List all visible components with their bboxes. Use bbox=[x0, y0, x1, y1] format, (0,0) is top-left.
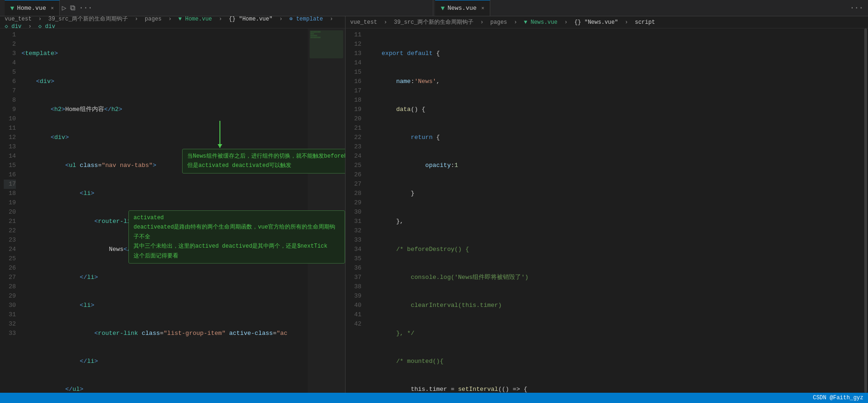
right-scrollbar[interactable] bbox=[863, 28, 868, 393]
editors-container: vue_test › 39_src_两个新的生命周期钩子 › pages › ▼… bbox=[0, 16, 868, 393]
left-tab-actions: ▷ ⧉ ··· bbox=[62, 3, 92, 13]
tab-home-close[interactable]: × bbox=[51, 6, 54, 11]
status-bar: CSDN @Faith_gyz bbox=[0, 393, 868, 403]
left-bc-text: vue_test › 39_src_两个新的生命周期钩子 › pages › ▼… bbox=[5, 16, 340, 30]
more-icon[interactable]: ··· bbox=[79, 4, 92, 12]
left-code-area: 12345 678910 1112131415 1617181920 21222… bbox=[0, 28, 345, 393]
vue-icon-left: ▼ bbox=[10, 5, 14, 12]
tab-home-vue[interactable]: ▼ Home.vue × bbox=[5, 0, 60, 16]
right-more-icon[interactable]: ··· bbox=[850, 4, 863, 12]
right-editor: vue_test › 39_src_两个新的生命周期钩子 › pages › ▼… bbox=[346, 16, 868, 393]
tab-news-close[interactable]: × bbox=[481, 6, 485, 11]
left-line-numbers: 12345 678910 1112131415 1617181920 21222… bbox=[0, 28, 20, 393]
left-editor: vue_test › 39_src_两个新的生命周期钩子 › pages › ▼… bbox=[0, 16, 346, 393]
split-icon[interactable]: ⧉ bbox=[70, 4, 75, 13]
tab-news-vue[interactable]: ▼ News.vue × bbox=[435, 0, 490, 16]
csdn-label: CSDN @Faith_gyz bbox=[813, 395, 863, 401]
right-bc-text: vue_test › 39_src_两个新的生命周期钩子 › pages › ▼… bbox=[350, 18, 655, 26]
vue-icon-right: ▼ bbox=[441, 5, 445, 12]
left-tab-group: ▼ Home.vue × ▷ ⧉ ··· bbox=[5, 0, 433, 16]
right-line-numbers: 1112131415 1617181920 2122232425 2627282… bbox=[346, 28, 365, 393]
right-tab-actions: ··· bbox=[850, 4, 863, 12]
right-breadcrumb: vue_test › 39_src_两个新的生命周期钩子 › pages › ▼… bbox=[346, 16, 868, 28]
run-icon[interactable]: ▷ bbox=[62, 3, 66, 13]
right-tab-group: ▼ News.vue × ··· bbox=[433, 0, 863, 16]
tab-home-label: Home.vue bbox=[17, 5, 46, 12]
left-code-content[interactable]: <template> <div> <h2>Home组件内容</h2> <div>… bbox=[20, 28, 345, 393]
right-code-content[interactable]: export default { name:'News', data() { r… bbox=[365, 28, 868, 393]
minimap: ████████████████████████████████████ bbox=[308, 28, 345, 393]
tab-news-label: News.vue bbox=[447, 5, 476, 12]
right-code-area: 1112131415 1617181920 2122232425 2627282… bbox=[346, 28, 868, 393]
left-breadcrumb: vue_test › 39_src_两个新的生命周期钩子 › pages › ▼… bbox=[0, 16, 345, 28]
title-bar: ▼ Home.vue × ▷ ⧉ ··· ▼ News.vue × ··· bbox=[0, 0, 868, 16]
